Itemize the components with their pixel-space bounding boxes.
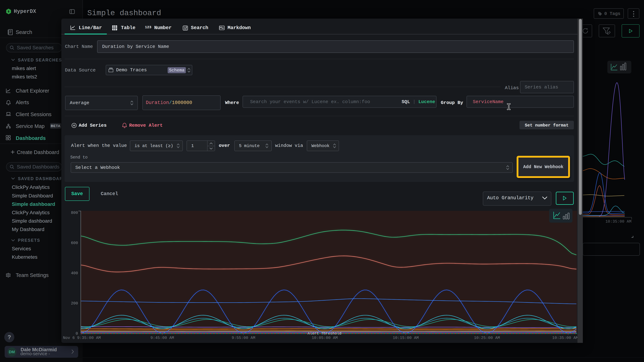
svg-text:Alert Threshold: Alert Threshold [308, 332, 341, 336]
svg-text:10:35:00 AM: 10:35:00 AM [552, 336, 578, 340]
svg-text:0: 0 [76, 332, 78, 336]
svg-text:800: 800 [71, 211, 78, 215]
svg-text:9:55:00 AM: 9:55:00 AM [232, 336, 255, 340]
svg-text:600: 600 [71, 241, 78, 245]
svg-text:Nov 6 9:35:00 AM: Nov 6 9:35:00 AM [63, 336, 101, 340]
svg-text:10:15:00 AM: 10:15:00 AM [393, 336, 418, 340]
svg-text:200: 200 [71, 301, 78, 306]
svg-text:9:45:00 AM: 9:45:00 AM [150, 336, 174, 340]
svg-text:10:05:00 AM: 10:05:00 AM [312, 336, 338, 340]
svg-text:10:25:00 AM: 10:25:00 AM [474, 336, 500, 340]
svg-text:400: 400 [71, 271, 78, 276]
